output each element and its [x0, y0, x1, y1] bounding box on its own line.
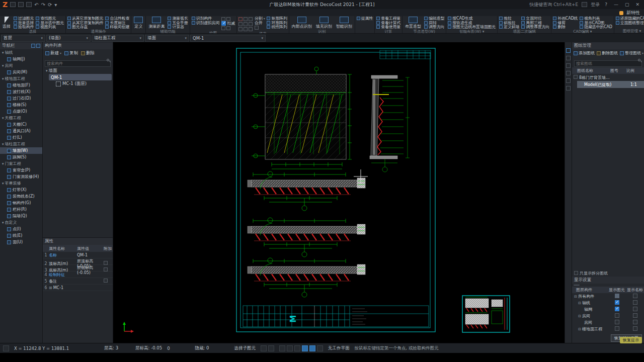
ribbon-item[interactable]: 调整方向 [424, 25, 444, 29]
sync-icon[interactable]: ⟳ [48, 2, 52, 8]
open-file-icon[interactable] [18, 2, 24, 7]
display-row[interactable]: ⊟轴线 [572, 300, 644, 306]
nav-tree-item[interactable]: ▾天棚(C) [0, 121, 42, 128]
mirror-icon[interactable] [244, 22, 248, 26]
ribbon-item[interactable]: 按图元边线布置墙面图元 [448, 25, 496, 29]
new-file-icon[interactable] [10, 2, 16, 7]
ribbon-item[interactable]: 查看使用量 [376, 25, 400, 29]
nav-tree-item[interactable]: ▾点缀(O) [0, 108, 42, 115]
ribbon-item[interactable]: 识别虚拟房间 [192, 21, 220, 25]
copy-component-button[interactable]: 复制 [64, 50, 78, 56]
display-row[interactable]: ⊟房间 [572, 319, 644, 326]
side-tool-icon-5[interactable] [566, 78, 571, 83]
display-row[interactable]: ⊟所有构件 [572, 293, 644, 300]
property-row[interactable]: 1 ⊞名称 QM-1 [43, 252, 113, 258]
nav-tree-item[interactable]: ▾自定义 [0, 219, 42, 226]
show-element-checkbox[interactable] [615, 307, 619, 311]
nav-view-icon-2[interactable] [36, 44, 40, 48]
side-tool-icon-1[interactable] [566, 48, 571, 53]
nav-tree-item[interactable]: ▾楼地面工程 [0, 75, 42, 82]
show-name-checkbox[interactable] [633, 300, 637, 305]
nav-tree-item[interactable]: ▾隔墙(Q) [0, 213, 42, 219]
nav-tree-item[interactable]: ▾点(I) [0, 226, 42, 232]
selection-mode-icon[interactable] [268, 345, 274, 351]
display-tab[interactable] [581, 285, 587, 286]
rotate-icon[interactable] [238, 22, 243, 26]
copy-icon[interactable] [244, 17, 248, 21]
delete-component-button[interactable]: 删除 [81, 50, 95, 56]
angle-icon[interactable] [294, 345, 300, 351]
sheet-row[interactable]: 8栋门厅背景墙... [572, 74, 644, 81]
nav-tree-item[interactable]: ▾窗帘盒(P) [0, 167, 42, 173]
nav-tree-item[interactable]: ▾轴线 [0, 49, 42, 56]
recognize-button[interactable]: 填充识别 [315, 17, 333, 29]
stretch-icon[interactable] [255, 26, 259, 30]
nav-tree-item[interactable]: ▾楼地面(F) [0, 82, 42, 88]
display-row[interactable]: ⊟房间 [572, 313, 644, 319]
ribbon-item[interactable]: 计算器 [168, 25, 188, 29]
status-info-icon[interactable] [3, 345, 9, 351]
caret-down-icon[interactable]: ▾ [54, 2, 57, 8]
select-button[interactable]: 选择 [2, 17, 12, 29]
side-tool-icon-4[interactable] [566, 71, 571, 75]
maximize-icon[interactable]: ▢ [623, 2, 631, 7]
nav-view-icon-1[interactable] [31, 44, 35, 48]
property-row[interactable]: 6 ⊞MC-1 [43, 285, 113, 291]
nav-tree-item[interactable]: ▾波打线(X) [0, 88, 42, 95]
side-tool-icon-3[interactable] [566, 63, 571, 68]
nav-tree-item[interactable]: ▾房间(M) [0, 69, 42, 75]
ribbon-item[interactable]: 立面图纸整理 [616, 21, 644, 25]
login-button[interactable]: 登录 [591, 2, 600, 8]
nav-tree-item[interactable]: ▾零星装修 [0, 180, 42, 187]
nav-tree-item[interactable]: ▾楼梯(S) [0, 102, 42, 108]
project-dropdown[interactable]: 墙柱面工程▾ [92, 35, 144, 42]
ribbon-item[interactable]: 线性阵列 [267, 25, 287, 29]
ribbon-item[interactable]: 样板间创建 [105, 25, 129, 29]
merge-button[interactable]: 合并 [255, 21, 265, 25]
offset-icon[interactable] [249, 22, 253, 26]
ribbon-item[interactable]: 定义斜墙 [499, 25, 519, 29]
organize-sheet-button[interactable]: 整理图纸▾ [620, 50, 643, 56]
nav-tree-item[interactable]: ▾轴网(J) [0, 56, 42, 62]
show-element-checkbox[interactable] [615, 300, 619, 305]
deduct-toggle[interactable]: 扣减 [221, 22, 235, 26]
sheet-row[interactable]: Model(已提取) 1:1 [577, 81, 644, 88]
display-tab[interactable] [574, 285, 580, 286]
delete-sheet-button[interactable]: 删除图纸 [597, 50, 618, 56]
nav-tree-item[interactable]: ▾墙柱面工程 [0, 141, 42, 147]
snap-icon[interactable] [279, 345, 285, 351]
nav-tree-item[interactable]: ▾灯带(X) [0, 187, 42, 193]
deduct-checkbox[interactable] [221, 21, 226, 26]
help-icon[interactable]: ? [603, 2, 609, 7]
ribbon-item[interactable]: 图元存盘 [67, 25, 103, 29]
display-row[interactable]: ⊟楼地面工程 [572, 326, 644, 332]
nav-tree-item[interactable]: ▾天棚工程 [0, 115, 42, 121]
ribbon-item[interactable]: 视图列表 [36, 25, 64, 29]
ribbon-item[interactable]: 删除 [553, 25, 578, 29]
nav-tree-item[interactable]: ▾过门石(D) [0, 95, 42, 102]
show-name-checkbox[interactable] [633, 326, 637, 331]
new-feature-label[interactable]: 新特性 [626, 10, 640, 16]
nav-tree-item[interactable]: ▾踢脚(S) [0, 154, 42, 160]
split-only-checkbox[interactable] [574, 271, 578, 275]
add-sheet-button[interactable]: 添加图纸 [574, 50, 595, 56]
component-tree-item[interactable]: ▾QM-1 [49, 74, 112, 80]
show-name-checkbox[interactable] [633, 313, 637, 318]
arc-tool-icon[interactable] [226, 26, 230, 30]
undo-icon[interactable]: ↶ [34, 2, 38, 8]
show-element-checkbox[interactable] [615, 294, 619, 298]
sub-element-toggle-icon[interactable] [261, 345, 267, 351]
cross-icon[interactable] [287, 345, 293, 351]
recognize-button[interactable]: 内部点识别 [291, 17, 313, 29]
attach-checkbox[interactable] [104, 279, 108, 283]
extract-attr-button[interactable]: 提属性 [357, 17, 373, 21]
display-row[interactable]: ⊟轴网 [572, 306, 644, 313]
component-tree-item[interactable]: ▾墙面 [43, 67, 113, 74]
move-icon[interactable] [249, 17, 253, 21]
show-name-checkbox[interactable] [633, 307, 637, 311]
side-tool-icon-2[interactable] [566, 56, 571, 60]
define-button[interactable]: 定义 [133, 17, 144, 29]
side-tool-icon-6[interactable] [566, 86, 571, 90]
minimize-icon[interactable]: — [612, 2, 620, 7]
redo-icon[interactable]: ↷ [41, 2, 45, 8]
